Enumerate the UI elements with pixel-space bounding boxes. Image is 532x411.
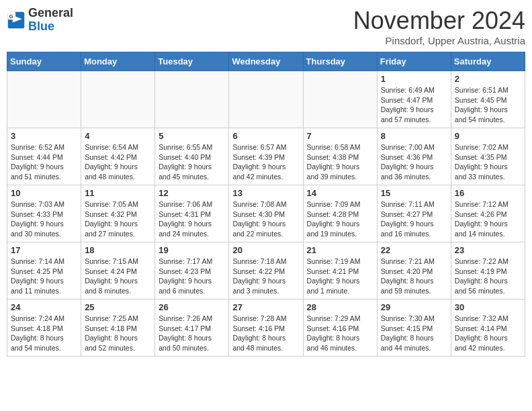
day-number: 8: [381, 131, 447, 141]
day-number: 21: [307, 245, 373, 255]
weekday-header-row: SundayMondayTuesdayWednesdayThursdayFrid…: [7, 52, 525, 71]
day-info: Sunrise: 7:17 AM Sunset: 4:23 PM Dayligh…: [159, 257, 225, 296]
week-row-3: 10Sunrise: 7:03 AM Sunset: 4:33 PM Dayli…: [7, 185, 525, 242]
day-cell: 27Sunrise: 7:28 AM Sunset: 4:16 PM Dayli…: [229, 300, 303, 357]
day-cell: 13Sunrise: 7:08 AM Sunset: 4:30 PM Dayli…: [229, 185, 303, 242]
day-info: Sunrise: 6:52 AM Sunset: 4:44 PM Dayligh…: [11, 142, 77, 182]
day-cell: [7, 71, 81, 128]
day-number: 14: [307, 188, 373, 198]
day-cell: 18Sunrise: 7:15 AM Sunset: 4:24 PM Dayli…: [81, 242, 155, 300]
day-number: 23: [455, 245, 521, 255]
day-number: 11: [85, 188, 151, 198]
day-cell: 1Sunrise: 6:49 AM Sunset: 4:47 PM Daylig…: [377, 71, 451, 128]
weekday-header-thursday: Thursday: [303, 52, 377, 71]
day-info: Sunrise: 7:24 AM Sunset: 4:18 PM Dayligh…: [11, 314, 77, 353]
day-cell: 26Sunrise: 7:26 AM Sunset: 4:17 PM Dayli…: [155, 300, 229, 357]
day-cell: 11Sunrise: 7:05 AM Sunset: 4:32 PM Dayli…: [81, 185, 155, 242]
day-number: 12: [159, 188, 225, 198]
day-number: 4: [85, 131, 151, 141]
day-cell: 19Sunrise: 7:17 AM Sunset: 4:23 PM Dayli…: [155, 242, 229, 300]
weekday-header-saturday: Saturday: [451, 52, 525, 71]
day-cell: 22Sunrise: 7:21 AM Sunset: 4:20 PM Dayli…: [377, 242, 451, 300]
week-row-2: 3Sunrise: 6:52 AM Sunset: 4:44 PM Daylig…: [7, 128, 525, 185]
day-cell: 14Sunrise: 7:09 AM Sunset: 4:28 PM Dayli…: [303, 185, 377, 242]
day-cell: 12Sunrise: 7:06 AM Sunset: 4:31 PM Dayli…: [155, 185, 229, 242]
weekday-header-friday: Friday: [377, 52, 451, 71]
day-number: 17: [11, 245, 77, 255]
day-info: Sunrise: 7:02 AM Sunset: 4:35 PM Dayligh…: [455, 142, 521, 182]
week-row-4: 17Sunrise: 7:14 AM Sunset: 4:25 PM Dayli…: [7, 242, 525, 300]
day-info: Sunrise: 7:00 AM Sunset: 4:36 PM Dayligh…: [381, 142, 447, 182]
day-number: 20: [232, 245, 299, 255]
day-cell: 24Sunrise: 7:24 AM Sunset: 4:18 PM Dayli…: [7, 300, 81, 357]
day-cell: 10Sunrise: 7:03 AM Sunset: 4:33 PM Dayli…: [7, 185, 81, 242]
day-cell: 8Sunrise: 7:00 AM Sunset: 4:36 PM Daylig…: [377, 128, 451, 185]
day-number: 27: [232, 302, 299, 312]
day-cell: 5Sunrise: 6:55 AM Sunset: 4:40 PM Daylig…: [155, 128, 229, 185]
day-info: Sunrise: 7:29 AM Sunset: 4:16 PM Dayligh…: [307, 314, 373, 353]
day-cell: 7Sunrise: 6:58 AM Sunset: 4:38 PM Daylig…: [303, 128, 377, 185]
day-number: 2: [455, 74, 521, 84]
day-cell: 6Sunrise: 6:57 AM Sunset: 4:39 PM Daylig…: [229, 128, 303, 185]
location: Pinsdorf, Upper Austria, Austria: [353, 35, 525, 46]
day-info: Sunrise: 7:19 AM Sunset: 4:21 PM Dayligh…: [307, 257, 373, 296]
day-info: Sunrise: 7:09 AM Sunset: 4:28 PM Dayligh…: [307, 199, 373, 239]
day-number: 24: [11, 302, 77, 312]
week-row-1: 1Sunrise: 6:49 AM Sunset: 4:47 PM Daylig…: [7, 71, 525, 128]
day-info: Sunrise: 7:28 AM Sunset: 4:16 PM Dayligh…: [232, 314, 299, 353]
day-info: Sunrise: 6:51 AM Sunset: 4:45 PM Dayligh…: [455, 85, 521, 125]
day-info: Sunrise: 7:06 AM Sunset: 4:31 PM Dayligh…: [159, 199, 225, 239]
month-title: November 2024: [353, 7, 525, 35]
day-info: Sunrise: 7:22 AM Sunset: 4:19 PM Dayligh…: [455, 257, 521, 296]
logo-icon: G: [7, 11, 26, 30]
day-number: 13: [232, 188, 299, 198]
day-info: Sunrise: 7:08 AM Sunset: 4:30 PM Dayligh…: [232, 199, 299, 239]
day-cell: 4Sunrise: 6:54 AM Sunset: 4:42 PM Daylig…: [81, 128, 155, 185]
logo-general: General: [28, 6, 73, 19]
day-cell: 16Sunrise: 7:12 AM Sunset: 4:26 PM Dayli…: [451, 185, 525, 242]
day-info: Sunrise: 7:15 AM Sunset: 4:24 PM Dayligh…: [85, 257, 151, 296]
day-cell: 28Sunrise: 7:29 AM Sunset: 4:16 PM Dayli…: [303, 300, 377, 357]
week-row-5: 24Sunrise: 7:24 AM Sunset: 4:18 PM Dayli…: [7, 300, 525, 357]
day-cell: 30Sunrise: 7:32 AM Sunset: 4:14 PM Dayli…: [451, 300, 525, 357]
day-cell: [229, 71, 303, 128]
day-number: 10: [11, 188, 77, 198]
day-info: Sunrise: 6:57 AM Sunset: 4:39 PM Dayligh…: [232, 142, 299, 182]
day-cell: 20Sunrise: 7:18 AM Sunset: 4:22 PM Dayli…: [229, 242, 303, 300]
weekday-header-tuesday: Tuesday: [155, 52, 229, 71]
day-number: 26: [159, 302, 225, 312]
day-info: Sunrise: 6:49 AM Sunset: 4:47 PM Dayligh…: [381, 85, 447, 125]
day-number: 15: [381, 188, 447, 198]
day-info: Sunrise: 7:21 AM Sunset: 4:20 PM Dayligh…: [381, 257, 447, 296]
day-cell: 3Sunrise: 6:52 AM Sunset: 4:44 PM Daylig…: [7, 128, 81, 185]
day-cell: 17Sunrise: 7:14 AM Sunset: 4:25 PM Dayli…: [7, 242, 81, 300]
day-info: Sunrise: 7:12 AM Sunset: 4:26 PM Dayligh…: [455, 199, 521, 239]
day-info: Sunrise: 7:11 AM Sunset: 4:27 PM Dayligh…: [381, 199, 447, 239]
day-cell: 29Sunrise: 7:30 AM Sunset: 4:15 PM Dayli…: [377, 300, 451, 357]
day-cell: 25Sunrise: 7:25 AM Sunset: 4:18 PM Dayli…: [81, 300, 155, 357]
title-block: November 2024 Pinsdorf, Upper Austria, A…: [353, 7, 525, 46]
day-number: 30: [455, 302, 521, 312]
day-cell: 15Sunrise: 7:11 AM Sunset: 4:27 PM Dayli…: [377, 185, 451, 242]
day-cell: [303, 71, 377, 128]
day-info: Sunrise: 7:30 AM Sunset: 4:15 PM Dayligh…: [381, 314, 447, 353]
page-header: G General Blue November 2024 Pinsdorf, U…: [7, 7, 525, 46]
day-info: Sunrise: 6:55 AM Sunset: 4:40 PM Dayligh…: [159, 142, 225, 182]
day-number: 5: [159, 131, 225, 141]
day-number: 19: [159, 245, 225, 255]
day-info: Sunrise: 7:26 AM Sunset: 4:17 PM Dayligh…: [159, 314, 225, 353]
weekday-header-wednesday: Wednesday: [229, 52, 303, 71]
day-number: 7: [307, 131, 373, 141]
day-info: Sunrise: 7:18 AM Sunset: 4:22 PM Dayligh…: [232, 257, 299, 296]
day-number: 6: [232, 131, 299, 141]
calendar-table: SundayMondayTuesdayWednesdayThursdayFrid…: [7, 52, 525, 357]
day-info: Sunrise: 7:05 AM Sunset: 4:32 PM Dayligh…: [85, 199, 151, 239]
day-info: Sunrise: 7:14 AM Sunset: 4:25 PM Dayligh…: [11, 257, 77, 296]
day-info: Sunrise: 6:58 AM Sunset: 4:38 PM Dayligh…: [307, 142, 373, 182]
day-number: 9: [455, 131, 521, 141]
day-cell: [81, 71, 155, 128]
day-number: 18: [85, 245, 151, 255]
day-number: 22: [381, 245, 447, 255]
day-cell: 23Sunrise: 7:22 AM Sunset: 4:19 PM Dayli…: [451, 242, 525, 300]
weekday-header-monday: Monday: [81, 52, 155, 71]
